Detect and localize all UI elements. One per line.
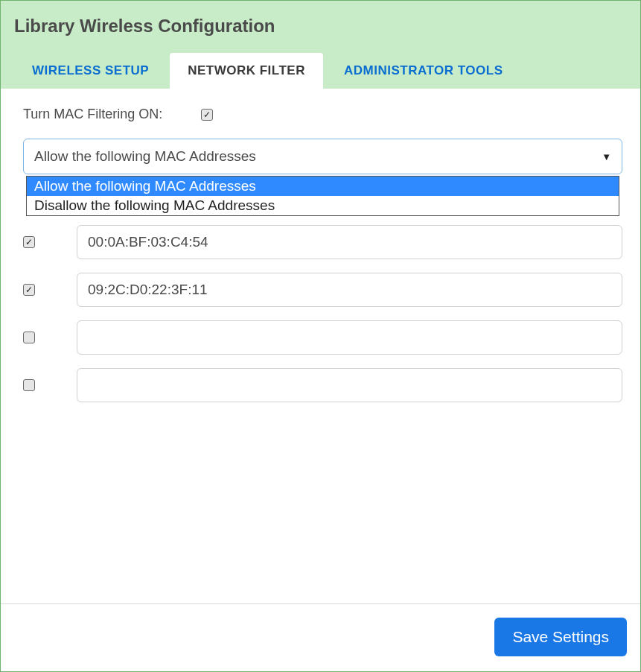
mac-filtering-toggle-row: Turn MAC Filtering ON: <box>23 107 622 122</box>
mac-filtering-label: Turn MAC Filtering ON: <box>23 107 162 122</box>
mac-address-list <box>23 225 622 402</box>
mac-row <box>23 368 622 402</box>
mac-row <box>23 225 622 259</box>
tab-strip: WIRELESS SETUP NETWORK FILTER ADMINISTRA… <box>1 53 640 89</box>
config-window: Library Wireless Configuration WIRELESS … <box>0 0 641 672</box>
header-band: Library Wireless Configuration WIRELESS … <box>1 1 640 89</box>
mac-row <box>23 273 622 307</box>
mac-row-checkbox[interactable] <box>23 236 35 248</box>
tab-wireless-setup[interactable]: WIRELESS SETUP <box>14 53 167 89</box>
mac-row <box>23 320 622 355</box>
tab-network-filter[interactable]: NETWORK FILTER <box>170 53 323 89</box>
mode-select-value: Allow the following MAC Addresses <box>34 148 256 164</box>
mac-address-input[interactable] <box>77 225 622 259</box>
mac-filtering-checkbox[interactable] <box>201 109 213 121</box>
mac-address-input[interactable] <box>77 320 622 355</box>
mac-row-checkbox[interactable] <box>23 284 35 296</box>
mac-address-input[interactable] <box>77 368 622 402</box>
mac-row-checkbox[interactable] <box>23 379 35 391</box>
mode-select-dropdown: Allow the following MAC Addresses Disall… <box>26 176 619 216</box>
mode-option-disallow[interactable]: Disallow the following MAC Addresses <box>27 196 619 215</box>
content-area: Turn MAC Filtering ON: Allow the followi… <box>1 89 640 603</box>
mac-address-input[interactable] <box>77 273 622 307</box>
tab-admin-tools[interactable]: ADMINISTRATOR TOOLS <box>326 53 521 89</box>
mac-row-checkbox[interactable] <box>23 332 35 343</box>
mode-select[interactable]: Allow the following MAC Addresses ▼ <box>23 139 622 174</box>
mode-select-wrap: Allow the following MAC Addresses ▼ Allo… <box>23 139 622 174</box>
chevron-down-icon: ▼ <box>602 151 611 162</box>
footer-bar: Save Settings <box>1 603 640 671</box>
save-settings-button[interactable]: Save Settings <box>494 618 627 656</box>
page-title: Library Wireless Configuration <box>1 1 640 53</box>
mode-option-allow[interactable]: Allow the following MAC Addresses <box>27 177 619 196</box>
